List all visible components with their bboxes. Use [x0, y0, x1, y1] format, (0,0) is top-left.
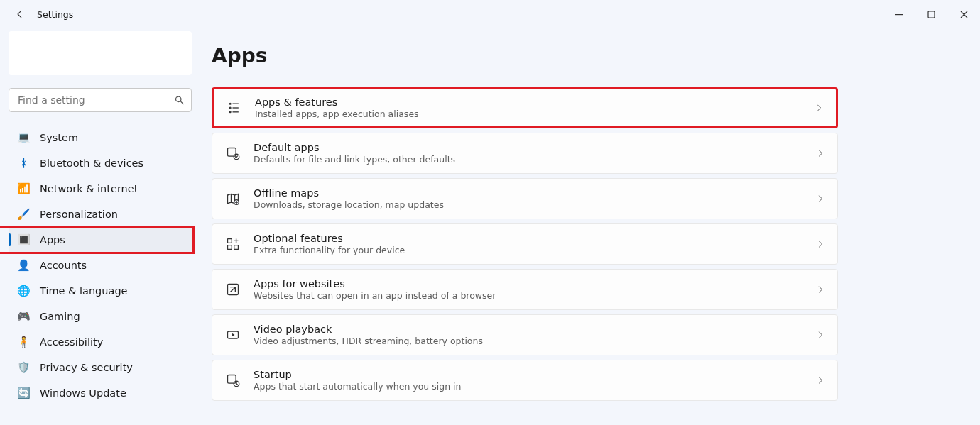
main-content: Apps Apps & features Installed apps, app…	[206, 28, 980, 406]
network-icon: 📶	[17, 182, 30, 195]
apps-icon: 🔳	[17, 233, 30, 246]
system-icon: 💻	[17, 131, 30, 144]
svg-rect-13	[228, 239, 232, 243]
sidebar: 💻System ᚼBluetooth & devices 📶Network & …	[0, 28, 206, 406]
sidebar-item-label: Personalization	[40, 209, 118, 220]
card-default-apps[interactable]: Default apps Defaults for file and link …	[212, 133, 838, 174]
time-language-icon: 🌐	[17, 285, 30, 297]
startup-icon	[225, 372, 241, 388]
sidebar-item-label: Bluetooth & devices	[40, 158, 143, 169]
sidebar-item-accounts[interactable]: 👤Accounts	[9, 253, 192, 278]
sidebar-item-gaming[interactable]: 🎮Gaming	[9, 304, 192, 329]
title-bar: Settings	[0, 0, 980, 28]
sidebar-item-label: Network & internet	[40, 183, 138, 194]
card-subtitle: Downloads, storage location, map updates	[254, 199, 444, 211]
svg-point-4	[229, 103, 231, 104]
card-subtitle: Websites that can open in an app instead…	[254, 290, 496, 302]
page-title: Apps	[212, 44, 838, 67]
card-subtitle: Video adjustments, HDR streaming, batter…	[254, 336, 483, 347]
card-apps-websites[interactable]: Apps for websites Websites that can open…	[212, 269, 838, 310]
sidebar-item-label: Privacy & security	[40, 362, 133, 373]
back-button[interactable]	[10, 9, 30, 19]
card-title: Video playback	[254, 323, 483, 336]
card-optional-features[interactable]: Optional features Extra functionality fo…	[212, 223, 838, 265]
sidebar-item-label: Gaming	[40, 311, 80, 322]
card-subtitle: Apps that start automatically when you s…	[254, 381, 461, 392]
minimize-button[interactable]	[882, 0, 915, 28]
apps-websites-icon	[225, 282, 241, 297]
sidebar-item-label: Accessibility	[40, 336, 103, 348]
svg-point-8	[229, 111, 231, 113]
chevron-right-icon	[816, 376, 824, 385]
profile-card[interactable]	[9, 31, 192, 75]
search-input[interactable]	[9, 88, 192, 112]
chevron-right-icon	[816, 331, 824, 339]
chevron-right-icon	[816, 149, 824, 158]
windows-update-icon: 🔄	[17, 387, 30, 399]
card-video-playback[interactable]: Video playback Video adjustments, HDR st…	[212, 314, 838, 355]
maximize-button[interactable]	[915, 0, 947, 28]
chevron-right-icon	[816, 285, 824, 294]
card-subtitle: Installed apps, app execution aliases	[255, 109, 419, 120]
sidebar-item-accessibility[interactable]: 🧍Accessibility	[9, 329, 192, 355]
apps-features-icon	[227, 100, 242, 116]
accounts-icon: 👤	[17, 259, 30, 272]
sidebar-item-label: Accounts	[40, 260, 87, 271]
card-title: Optional features	[254, 232, 405, 245]
sidebar-item-privacy[interactable]: 🛡️Privacy & security	[9, 355, 192, 380]
card-title: Default apps	[254, 141, 455, 154]
optional-features-icon	[225, 236, 241, 252]
card-title: Startup	[254, 368, 461, 381]
svg-point-2	[176, 96, 182, 102]
video-playback-icon	[225, 327, 241, 343]
close-button[interactable]	[947, 0, 980, 28]
sidebar-item-system[interactable]: 💻System	[9, 125, 192, 150]
sidebar-item-time-language[interactable]: 🌐Time & language	[9, 278, 192, 304]
accessibility-icon: 🧍	[17, 336, 30, 348]
svg-line-3	[180, 101, 183, 104]
settings-cards: Apps & features Installed apps, app exec…	[212, 87, 838, 401]
chevron-right-icon	[816, 240, 824, 248]
sidebar-item-label: System	[40, 132, 78, 143]
card-startup[interactable]: Startup Apps that start automatically wh…	[212, 360, 838, 401]
gaming-icon: 🎮	[17, 310, 30, 323]
sidebar-nav: 💻System ᚼBluetooth & devices 📶Network & …	[9, 125, 192, 406]
svg-rect-0	[895, 14, 903, 15]
personalization-icon: 🖌️	[17, 208, 30, 221]
card-subtitle: Defaults for file and link types, other …	[254, 154, 455, 165]
card-title: Offline maps	[254, 187, 444, 199]
bluetooth-icon: ᚼ	[17, 157, 30, 170]
app-title: Settings	[30, 9, 73, 20]
card-title: Apps & features	[255, 96, 419, 109]
svg-rect-15	[234, 245, 239, 250]
sidebar-item-windows-update[interactable]: 🔄Windows Update	[9, 380, 192, 406]
sidebar-item-personalization[interactable]: 🖌️Personalization	[9, 202, 192, 227]
chevron-right-icon	[815, 104, 823, 112]
search-wrap	[9, 88, 192, 112]
sidebar-item-label: Windows Update	[40, 387, 126, 399]
card-offline-maps[interactable]: Offline maps Downloads, storage location…	[212, 178, 838, 219]
card-title: Apps for websites	[254, 277, 496, 290]
sidebar-item-bluetooth[interactable]: ᚼBluetooth & devices	[9, 150, 192, 176]
svg-rect-1	[928, 11, 935, 18]
sidebar-item-label: Apps	[40, 234, 65, 245]
privacy-icon: 🛡️	[17, 361, 30, 374]
card-apps-features[interactable]: Apps & features Installed apps, app exec…	[212, 87, 838, 128]
sidebar-item-label: Time & language	[40, 285, 128, 297]
offline-maps-icon	[225, 191, 241, 206]
chevron-right-icon	[816, 194, 824, 203]
card-subtitle: Extra functionality for your device	[254, 245, 405, 256]
default-apps-icon	[225, 145, 241, 161]
svg-point-6	[229, 107, 231, 109]
search-icon	[174, 95, 185, 106]
sidebar-item-apps[interactable]: 🔳Apps	[9, 227, 192, 253]
svg-rect-14	[228, 245, 232, 250]
sidebar-item-network[interactable]: 📶Network & internet	[9, 176, 192, 202]
